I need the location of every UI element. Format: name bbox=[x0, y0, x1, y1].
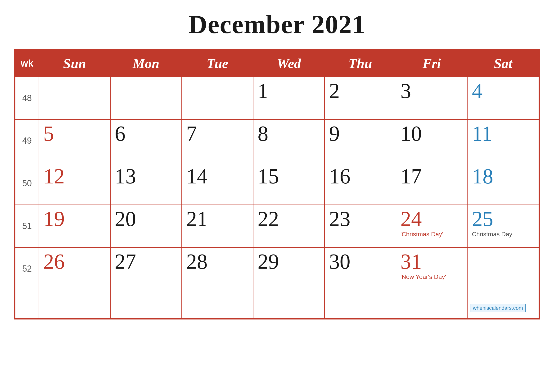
day-number: 29 bbox=[258, 251, 320, 272]
calendar-day-cell bbox=[396, 290, 468, 319]
calendar-day-cell: 11 bbox=[467, 119, 539, 162]
thu-header: Thu bbox=[325, 50, 396, 77]
day-number: 17 bbox=[401, 166, 463, 187]
calendar-day-cell: 12 bbox=[39, 162, 110, 205]
wk-number: 51 bbox=[15, 205, 39, 247]
holiday-label: 'New Year's Day' bbox=[401, 273, 463, 281]
day-number: 10 bbox=[401, 123, 463, 144]
calendar-day-cell bbox=[110, 290, 182, 319]
calendar-week-row: 481234 bbox=[15, 77, 539, 119]
calendar-day-cell: 16 bbox=[325, 162, 396, 205]
calendar-day-cell: 10 bbox=[396, 119, 468, 162]
calendar-day-cell: 13 bbox=[110, 162, 182, 205]
calendar-day-cell bbox=[253, 290, 325, 319]
wed-header: Wed bbox=[253, 50, 325, 77]
day-number: 22 bbox=[258, 208, 320, 230]
calendar-day-cell bbox=[325, 290, 396, 319]
day-number: 18 bbox=[472, 166, 534, 187]
sun-header: Sun bbox=[39, 50, 110, 77]
calendar-day-cell: 6 bbox=[110, 119, 182, 162]
day-number: 11 bbox=[472, 123, 534, 144]
day-number: 16 bbox=[329, 166, 392, 187]
day-number: 23 bbox=[329, 208, 392, 230]
day-number: 31 bbox=[401, 251, 463, 272]
wk-header: wk bbox=[15, 50, 39, 77]
calendar-day-cell: 26 bbox=[39, 247, 110, 290]
fri-header: Fri bbox=[396, 50, 468, 77]
calendar-day-cell: 22 bbox=[253, 205, 325, 247]
calendar-day-cell: 2 bbox=[325, 77, 396, 119]
holiday-label: Christmas Day bbox=[472, 231, 534, 238]
calendar-day-cell: 27 bbox=[110, 247, 182, 290]
day-number: 30 bbox=[329, 251, 392, 272]
day-number: 13 bbox=[115, 166, 177, 187]
day-number: 15 bbox=[258, 166, 320, 187]
day-number: 6 bbox=[115, 123, 177, 144]
day-number: 1 bbox=[258, 80, 320, 102]
wk-number: 48 bbox=[15, 77, 39, 119]
day-number: 5 bbox=[43, 123, 106, 144]
day-number: 8 bbox=[258, 123, 320, 144]
calendar-week-row: 5012131415161718 bbox=[15, 162, 539, 205]
day-number: 9 bbox=[329, 123, 392, 144]
sat-header: Sat bbox=[467, 50, 539, 77]
calendar-day-cell: 30 bbox=[325, 247, 396, 290]
calendar-day-cell: 14 bbox=[182, 162, 253, 205]
calendar-day-cell: 19 bbox=[39, 205, 110, 247]
page-title: December 2021 bbox=[188, 9, 366, 40]
calendar-day-cell bbox=[110, 77, 182, 119]
calendar-day-cell: 5 bbox=[39, 119, 110, 162]
calendar-header-row: wk Sun Mon Tue Wed Thu Fri Sat bbox=[15, 50, 539, 77]
calendar-day-cell: 21 bbox=[182, 205, 253, 247]
mon-header: Mon bbox=[110, 50, 182, 77]
day-number: 7 bbox=[186, 123, 249, 144]
day-number: 25 bbox=[472, 208, 534, 230]
holiday-label: 'Christmas Day' bbox=[401, 231, 463, 238]
wk-number: 52 bbox=[15, 247, 39, 290]
calendar-day-cell: 20 bbox=[110, 205, 182, 247]
calendar-day-cell: 18 bbox=[467, 162, 539, 205]
day-number: 21 bbox=[186, 208, 249, 230]
calendar-day-cell: 1 bbox=[253, 77, 325, 119]
calendar-day-cell: 25Christmas Day bbox=[467, 205, 539, 247]
day-number: 2 bbox=[329, 80, 392, 102]
calendar-week-row: 49567891011 bbox=[15, 119, 539, 162]
day-number: 19 bbox=[43, 208, 106, 230]
calendar-day-cell: 3 bbox=[396, 77, 468, 119]
calendar-day-cell: 29 bbox=[253, 247, 325, 290]
calendar-week-row: 52262728293031'New Year's Day' bbox=[15, 247, 539, 290]
calendar-day-cell: 9 bbox=[325, 119, 396, 162]
calendar-week-row: 51192021222324'Christmas Day'25Christmas… bbox=[15, 205, 539, 247]
day-number: 14 bbox=[186, 166, 249, 187]
day-number: 20 bbox=[115, 208, 177, 230]
watermark[interactable]: wheniscalendars.com bbox=[470, 304, 526, 312]
calendar-day-cell bbox=[182, 77, 253, 119]
calendar-day-cell bbox=[39, 77, 110, 119]
day-number: 28 bbox=[186, 251, 249, 272]
wk-number: 49 bbox=[15, 119, 39, 162]
calendar-day-cell: 17 bbox=[396, 162, 468, 205]
calendar-day-cell: 31'New Year's Day' bbox=[396, 247, 468, 290]
calendar-day-cell bbox=[39, 290, 110, 319]
calendar-day-cell: 28 bbox=[182, 247, 253, 290]
calendar-day-cell: 24'Christmas Day' bbox=[396, 205, 468, 247]
calendar-day-cell: 7 bbox=[182, 119, 253, 162]
calendar-day-cell: 8 bbox=[253, 119, 325, 162]
tue-header: Tue bbox=[182, 50, 253, 77]
calendar-week-row bbox=[15, 290, 539, 319]
calendar-day-cell: 15 bbox=[253, 162, 325, 205]
calendar-day-cell: 4 bbox=[467, 77, 539, 119]
day-number: 24 bbox=[401, 208, 463, 230]
day-number: 4 bbox=[472, 80, 534, 102]
day-number: 27 bbox=[115, 251, 177, 272]
day-number: 3 bbox=[401, 80, 463, 102]
wk-number: 50 bbox=[15, 162, 39, 205]
calendar-day-cell bbox=[182, 290, 253, 319]
day-number: 26 bbox=[43, 251, 106, 272]
calendar-day-cell bbox=[467, 247, 539, 290]
calendar-day-cell: 23 bbox=[325, 205, 396, 247]
day-number: 12 bbox=[43, 166, 106, 187]
wk-number bbox=[15, 290, 39, 319]
